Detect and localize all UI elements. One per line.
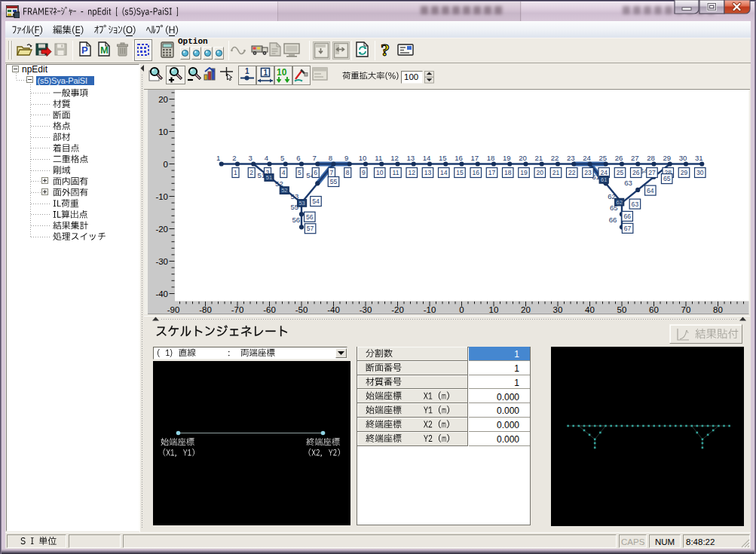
svg-text:20: 20 bbox=[519, 154, 527, 162]
svg-text:55: 55 bbox=[330, 178, 338, 185]
svg-text:16: 16 bbox=[472, 169, 479, 176]
svg-text:56: 56 bbox=[292, 216, 300, 224]
svg-text:28: 28 bbox=[647, 154, 655, 162]
svg-text:8: 8 bbox=[329, 154, 332, 162]
svg-text:-80: -80 bbox=[199, 305, 212, 314]
svg-text:23: 23 bbox=[567, 154, 575, 162]
svg-text:12: 12 bbox=[390, 154, 399, 162]
svg-text:64: 64 bbox=[647, 187, 654, 194]
svg-text:2: 2 bbox=[232, 154, 236, 162]
svg-text:M: M bbox=[100, 44, 109, 56]
svg-text:63: 63 bbox=[624, 179, 632, 187]
svg-text:53: 53 bbox=[298, 200, 305, 207]
svg-text:10: 10 bbox=[277, 67, 287, 78]
svg-text:5: 5 bbox=[280, 154, 284, 162]
svg-text:0: 0 bbox=[164, 160, 168, 169]
svg-text:14: 14 bbox=[423, 154, 431, 162]
svg-text:1: 1 bbox=[245, 67, 249, 75]
svg-text:52: 52 bbox=[281, 187, 287, 194]
svg-text:-30: -30 bbox=[155, 257, 168, 266]
svg-text:-40: -40 bbox=[327, 305, 340, 314]
svg-text:13: 13 bbox=[406, 154, 415, 162]
svg-text:2: 2 bbox=[249, 169, 253, 176]
svg-text:80: 80 bbox=[713, 305, 723, 314]
svg-text:10: 10 bbox=[359, 154, 367, 162]
svg-text:-10: -10 bbox=[424, 305, 436, 314]
svg-text:7: 7 bbox=[313, 154, 317, 162]
svg-text:-20: -20 bbox=[155, 225, 168, 234]
svg-text:26: 26 bbox=[615, 154, 623, 162]
svg-text:63: 63 bbox=[632, 200, 639, 208]
svg-text:13: 13 bbox=[424, 169, 432, 176]
svg-text:27: 27 bbox=[648, 169, 656, 176]
svg-text:18: 18 bbox=[504, 169, 512, 176]
svg-text:30: 30 bbox=[553, 305, 563, 314]
svg-text:4: 4 bbox=[282, 169, 286, 176]
svg-text:16: 16 bbox=[455, 154, 463, 162]
svg-text:1: 1 bbox=[234, 169, 237, 176]
svg-text:-30: -30 bbox=[360, 305, 372, 314]
svg-text:24: 24 bbox=[600, 169, 608, 176]
svg-text:22: 22 bbox=[551, 154, 559, 162]
svg-text:24: 24 bbox=[583, 154, 591, 162]
svg-text:19: 19 bbox=[503, 154, 511, 162]
svg-text:20: 20 bbox=[536, 169, 543, 176]
svg-text:30: 30 bbox=[696, 169, 704, 176]
svg-text:70: 70 bbox=[681, 305, 691, 314]
svg-text:61: 61 bbox=[601, 176, 607, 183]
svg-text:1: 1 bbox=[216, 154, 220, 162]
svg-text:-40: -40 bbox=[155, 289, 168, 298]
svg-text:66: 66 bbox=[623, 213, 631, 220]
svg-text:5: 5 bbox=[298, 169, 301, 176]
svg-text:10: 10 bbox=[376, 169, 384, 176]
svg-text:23: 23 bbox=[584, 169, 592, 176]
svg-text:10: 10 bbox=[489, 305, 499, 314]
svg-text:17: 17 bbox=[488, 169, 496, 176]
svg-text:4: 4 bbox=[265, 154, 269, 162]
svg-text:62: 62 bbox=[617, 199, 623, 206]
svg-text:40: 40 bbox=[585, 305, 595, 314]
svg-text:18: 18 bbox=[487, 154, 495, 162]
svg-text:-90: -90 bbox=[167, 305, 180, 314]
svg-text:27: 27 bbox=[631, 154, 639, 162]
svg-text:17: 17 bbox=[470, 154, 479, 162]
svg-text:19: 19 bbox=[520, 169, 528, 176]
svg-text:11: 11 bbox=[375, 154, 382, 162]
svg-text:9: 9 bbox=[344, 154, 348, 162]
svg-text:25: 25 bbox=[598, 154, 607, 162]
svg-text:56: 56 bbox=[306, 213, 314, 221]
svg-text:?: ? bbox=[381, 40, 390, 60]
svg-text:65: 65 bbox=[663, 175, 671, 182]
svg-text:29: 29 bbox=[663, 154, 671, 162]
svg-text:25: 25 bbox=[617, 169, 624, 176]
svg-text:20: 20 bbox=[158, 95, 168, 104]
svg-text:15: 15 bbox=[439, 154, 447, 162]
svg-text:6: 6 bbox=[314, 169, 317, 176]
svg-text:-10: -10 bbox=[155, 192, 168, 201]
svg-text:54: 54 bbox=[312, 197, 320, 205]
svg-text:57: 57 bbox=[307, 225, 314, 232]
svg-text:31: 31 bbox=[695, 154, 703, 162]
svg-text:22: 22 bbox=[568, 169, 576, 176]
svg-text:50: 50 bbox=[617, 305, 627, 314]
svg-text:1: 1 bbox=[264, 69, 268, 77]
svg-text:P: P bbox=[81, 44, 88, 56]
svg-text:21: 21 bbox=[534, 154, 543, 162]
svg-text:-50: -50 bbox=[295, 305, 308, 314]
svg-text:-20: -20 bbox=[391, 305, 404, 314]
svg-text:7: 7 bbox=[330, 169, 334, 176]
svg-text:60: 60 bbox=[649, 305, 659, 314]
svg-text:6: 6 bbox=[296, 154, 300, 162]
svg-text:3: 3 bbox=[249, 154, 253, 162]
svg-text:12: 12 bbox=[408, 169, 415, 176]
svg-text:-60: -60 bbox=[263, 305, 276, 314]
svg-text:9: 9 bbox=[362, 169, 366, 176]
svg-text:30: 30 bbox=[679, 154, 687, 162]
svg-text:21: 21 bbox=[552, 169, 560, 176]
svg-text:29: 29 bbox=[681, 169, 688, 176]
svg-text:51: 51 bbox=[266, 174, 272, 181]
svg-text:52: 52 bbox=[275, 179, 283, 188]
svg-text:67: 67 bbox=[624, 225, 632, 232]
svg-text:15: 15 bbox=[456, 169, 464, 176]
svg-text:-70: -70 bbox=[231, 305, 244, 314]
